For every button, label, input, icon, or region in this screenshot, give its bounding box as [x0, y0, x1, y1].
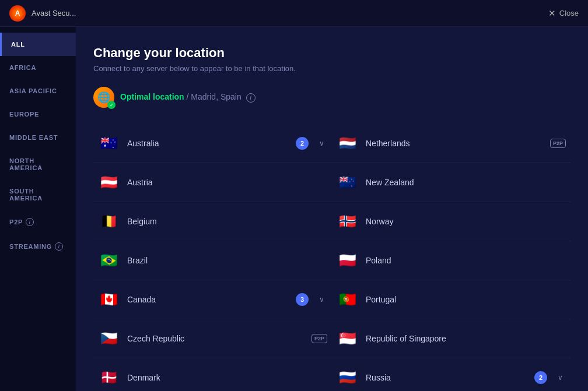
country-item-australia[interactable]: 🇦🇺 Australia 2 ∨	[93, 124, 332, 163]
country-name-denmark: Denmark	[127, 373, 327, 382]
expand-icon-russia[interactable]: ∨	[554, 372, 566, 383]
flag-russia: 🇷🇺	[337, 367, 359, 389]
country-name-singapore: Republic of Singapore	[366, 334, 566, 343]
country-item-belgium[interactable]: 🇧🇪 Belgium	[93, 202, 332, 241]
sidebar: ALL AFRICA ASIA PACIFIC EUROPE MIDDLE EA…	[0, 27, 76, 391]
sidebar-item-asia-pacific[interactable]: ASIA PACIFIC	[0, 79, 76, 103]
sidebar-item-africa[interactable]: AFRICA	[0, 56, 76, 79]
country-item-canada[interactable]: 🇨🇦 Canada 3 ∨	[93, 280, 332, 319]
close-label: Close	[559, 9, 579, 17]
country-name-portugal: Portugal	[366, 295, 566, 304]
optimal-label: Optimal location	[120, 92, 184, 101]
country-item-new-zealand[interactable]: 🇳🇿 New Zealand	[332, 163, 570, 202]
flag-czech-republic: 🇨🇿	[98, 327, 120, 350]
sidebar-item-middle-east[interactable]: MIDDLE EAST	[0, 126, 76, 149]
sidebar-item-p2p[interactable]: P2P i	[0, 210, 76, 234]
flag-portugal: 🇵🇹	[337, 288, 359, 311]
country-item-norway[interactable]: 🇳🇴 Norway	[332, 202, 570, 241]
flag-canada: 🇨🇦	[98, 288, 120, 311]
country-name-netherlands: Netherlands	[366, 139, 543, 148]
country-name-canada: Canada	[127, 295, 289, 304]
country-item-poland[interactable]: 🇵🇱 Poland	[332, 241, 570, 280]
flag-poland: 🇵🇱	[337, 249, 359, 272]
country-name-belgium: Belgium	[127, 217, 327, 226]
expand-icon-canada[interactable]: ∨	[316, 294, 327, 305]
sidebar-item-streaming[interactable]: STREAMING i	[0, 234, 76, 259]
country-item-austria[interactable]: 🇦🇹 Austria	[93, 163, 332, 202]
optimal-location[interactable]: 🌐 ✓ Optimal location / Madrid, Spain i	[93, 87, 570, 108]
sidebar-item-all[interactable]: ALL	[0, 33, 76, 56]
p2p-badge-czech: P2P	[312, 334, 327, 343]
country-item-denmark[interactable]: 🇩🇰 Denmark	[93, 358, 332, 391]
country-name-new-zealand: New Zealand	[366, 178, 566, 187]
country-item-singapore[interactable]: 🇸🇬 Republic of Singapore	[332, 319, 570, 358]
country-name-norway: Norway	[366, 217, 566, 226]
country-item-russia[interactable]: 🇷🇺 Russia 2 ∨	[332, 358, 570, 391]
country-name-australia: Australia	[127, 139, 289, 148]
main-layout: ALL AFRICA ASIA PACIFIC EUROPE MIDDLE EA…	[0, 27, 588, 391]
optimal-location-name: Madrid, Spain	[191, 92, 241, 101]
flag-netherlands: 🇳🇱	[337, 132, 359, 154]
app-logo: A	[9, 5, 26, 22]
server-count-russia: 2	[534, 371, 547, 384]
p2p-info-icon[interactable]: i	[26, 218, 34, 226]
app-name: Avast Secu...	[32, 9, 76, 17]
flag-norway: 🇳🇴	[337, 210, 359, 233]
countries-grid: 🇦🇺 Australia 2 ∨ 🇳🇱 Netherlands P2P 🇦🇹 A…	[93, 124, 570, 391]
sidebar-item-south-america[interactable]: SOUTH AMERICA	[0, 179, 76, 210]
flag-singapore: 🇸🇬	[337, 327, 359, 350]
flag-new-zealand: 🇳🇿	[337, 171, 359, 193]
server-count-australia: 2	[296, 137, 309, 150]
country-name-poland: Poland	[366, 256, 566, 265]
server-count-canada: 3	[296, 293, 309, 306]
content-area: Change your location Connect to any serv…	[76, 27, 588, 391]
flag-austria: 🇦🇹	[98, 171, 120, 193]
flag-denmark: 🇩🇰	[98, 367, 120, 389]
close-button[interactable]: ✕ Close	[548, 8, 579, 19]
title-bar: A Avast Secu... ✕ Close	[0, 0, 588, 27]
expand-icon-australia[interactable]: ∨	[316, 138, 327, 149]
country-name-austria: Austria	[127, 178, 327, 187]
sidebar-item-north-america[interactable]: NORTH AMERICA	[0, 149, 76, 179]
country-item-portugal[interactable]: 🇵🇹 Portugal	[332, 280, 570, 319]
check-icon: ✓	[107, 101, 116, 109]
streaming-label: STREAMING	[9, 243, 52, 250]
page-title: Change your location	[93, 45, 570, 61]
close-icon: ✕	[548, 8, 556, 19]
optimal-text: Optimal location / Madrid, Spain i	[120, 92, 256, 103]
sidebar-item-europe[interactable]: EUROPE	[0, 103, 76, 126]
flag-australia: 🇦🇺	[98, 132, 120, 154]
optimal-info-icon[interactable]: i	[246, 93, 256, 103]
country-item-brazil[interactable]: 🇧🇷 Brazil	[93, 241, 332, 280]
p2p-badge-netherlands: P2P	[550, 139, 566, 148]
flag-belgium: 🇧🇪	[98, 210, 120, 233]
country-name-russia: Russia	[366, 373, 527, 382]
flag-brazil: 🇧🇷	[98, 249, 120, 272]
country-item-netherlands[interactable]: 🇳🇱 Netherlands P2P	[332, 124, 570, 163]
country-name-czech-republic: Czech Republic	[127, 334, 304, 343]
optimal-location-icon: 🌐 ✓	[93, 87, 114, 108]
streaming-info-icon[interactable]: i	[55, 242, 63, 251]
page-subtitle: Connect to any server below to appear to…	[93, 64, 570, 73]
country-item-czech-republic[interactable]: 🇨🇿 Czech Republic P2P	[93, 319, 332, 358]
p2p-label: P2P	[9, 219, 23, 226]
country-name-brazil: Brazil	[127, 256, 327, 265]
